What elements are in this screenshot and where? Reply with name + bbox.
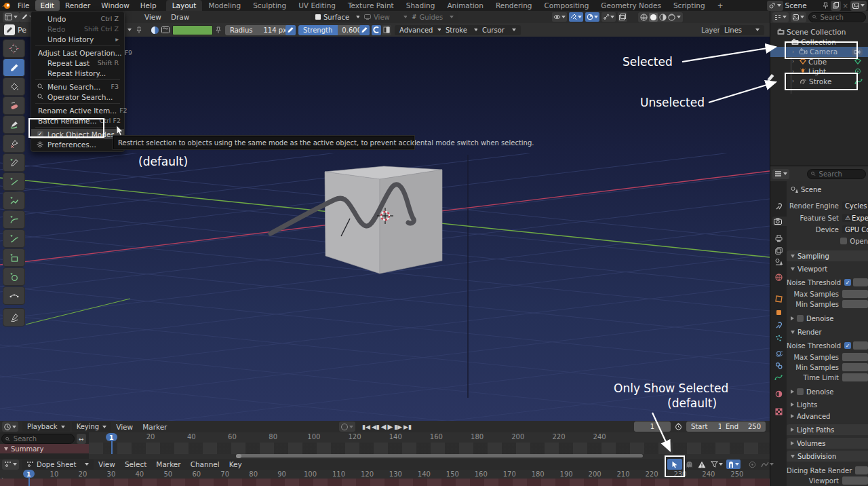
timeline-current-frame-badge[interactable]: 1 — [106, 433, 117, 441]
dope-sheet-current-frame-badge[interactable]: 1 — [23, 470, 35, 478]
circle-tool[interactable] — [3, 267, 25, 286]
line-tool[interactable] — [3, 172, 25, 191]
outliner-search-input[interactable] — [819, 13, 862, 22]
denoise-checkbox[interactable] — [797, 315, 804, 322]
draw-tool[interactable] — [3, 58, 25, 77]
viewport-menu-draw[interactable]: Draw — [166, 11, 194, 23]
cursor-tool[interactable] — [3, 39, 25, 58]
pin-material-icon[interactable] — [215, 26, 222, 34]
menu-item[interactable]: Channel — [186, 459, 224, 470]
viewport-menu-view[interactable]: View — [140, 11, 166, 23]
sampling-render-subheader[interactable]: Render — [791, 327, 868, 337]
timeline-ruler[interactable]: 20406080100120140160180200220240 — [89, 433, 620, 441]
scene-browse-button[interactable] — [767, 1, 783, 11]
menu-item-preferences[interactable]: Preferences...C — [31, 139, 124, 149]
tab-view-layer-icon[interactable] — [774, 246, 783, 255]
open-checkbox[interactable] — [840, 238, 847, 244]
brush-name[interactable]: Pe — [18, 26, 26, 35]
snap-magnet-icon[interactable] — [726, 460, 741, 469]
new-scene-button[interactable] — [831, 1, 841, 11]
strength-pressure-icon[interactable] — [359, 25, 370, 35]
workspace-tab[interactable]: UV Editing — [292, 0, 342, 11]
tab-physics-icon[interactable] — [774, 348, 783, 358]
workspace-tab[interactable]: Scripting — [667, 0, 711, 11]
viewport-denoise-subheader[interactable]: Denoise — [791, 314, 868, 323]
current-frame-field[interactable]: 1 — [634, 422, 671, 432]
dope-sheet-mode-dropdown[interactable]: Dope Sheet — [22, 460, 94, 470]
dope-sheet-ruler[interactable]: 1020304050607080901001101201301401501601… — [0, 470, 751, 478]
min-samples-field[interactable] — [842, 363, 868, 371]
sampling-section-header[interactable]: Sampling — [787, 250, 868, 261]
menu-item-adjust-last-operation[interactable]: Adjust Last Operation...F9 — [31, 48, 124, 58]
menu-item-undo-history[interactable]: Undo History▸ — [31, 34, 124, 44]
menu-help[interactable]: Help — [135, 0, 162, 11]
stabilize-stroke-icon[interactable] — [372, 25, 381, 35]
eyedropper-tool[interactable] — [3, 153, 25, 172]
dicing-rate-field[interactable] — [855, 466, 868, 474]
summary-channel[interactable]: Summary — [0, 444, 93, 453]
proportional-editing-icon[interactable] — [585, 12, 599, 22]
tab-texture-icon[interactable] — [774, 407, 783, 416]
annotate-tool[interactable] — [3, 308, 25, 326]
tab-scene-icon[interactable] — [774, 257, 783, 266]
properties-search[interactable] — [807, 169, 866, 179]
outliner-row-scene-collection[interactable]: Scene Collection — [770, 27, 868, 37]
stroke-dropdown[interactable]: Stroke — [441, 25, 483, 35]
snap-icon[interactable] — [569, 12, 583, 22]
workspace-tab[interactable]: Layout — [166, 0, 203, 11]
noise-threshold-checkbox[interactable]: ✓ — [844, 279, 851, 286]
denoise-checkbox[interactable] — [797, 388, 804, 395]
scene-name[interactable]: Scene — [785, 1, 821, 10]
render-denoise-subheader[interactable]: Denoise — [791, 387, 868, 396]
polyline-tool[interactable] — [3, 191, 25, 210]
next-keyframe-button[interactable]: ▮▶ — [394, 424, 402, 430]
jump-to-start-button[interactable]: ▮◀ — [362, 424, 370, 430]
cutter-tool[interactable] — [3, 134, 25, 153]
outliner-filter-button[interactable] — [791, 12, 806, 22]
show-errors-icon[interactable] — [696, 460, 707, 469]
grease-pencil-guide-icon[interactable] — [601, 12, 616, 22]
max-samples-field[interactable] — [842, 290, 868, 298]
jump-to-end-button[interactable]: ▶▮ — [403, 424, 412, 430]
strength-slider[interactable]: Strength0.600 — [298, 25, 366, 35]
use-preview-range-button[interactable] — [675, 423, 682, 430]
add-workspace-button[interactable]: + — [711, 0, 730, 11]
keyframe-interpolation-icon[interactable] — [760, 460, 775, 469]
menu-item-repeat-last[interactable]: Repeat LastShift R — [31, 58, 124, 68]
timeline-menu-marker[interactable]: Marker — [138, 421, 172, 432]
guides-dropdown[interactable]: # Guides — [407, 12, 458, 22]
brush-thumbnail[interactable] — [4, 24, 15, 35]
blender-logo-icon[interactable] — [0, 2, 12, 10]
tab-object-icon[interactable] — [774, 294, 783, 303]
prev-keyframe-button[interactable]: ◀▮ — [372, 424, 380, 430]
subdivision-section-header[interactable]: Subdivision — [787, 451, 868, 462]
placement-dropdown[interactable]: Surface — [311, 12, 365, 22]
workspace-tab[interactable]: Modeling — [202, 0, 247, 11]
advanced-dropdown[interactable]: Advanced — [395, 25, 446, 35]
editor-type-button[interactable] — [3, 12, 20, 22]
tab-modifiers-icon[interactable] — [774, 320, 783, 330]
timeline-search[interactable] — [1, 434, 75, 444]
tab-object-data-icon[interactable] — [774, 373, 783, 382]
view-layer-button[interactable] — [850, 1, 867, 11]
tab-particles-icon[interactable] — [774, 333, 783, 343]
menu-item[interactable]: View — [94, 459, 120, 470]
workspace-tab[interactable]: Compositing — [538, 0, 595, 11]
layer-dropdown[interactable]: Lines — [719, 25, 764, 35]
arc-tool[interactable] — [3, 210, 25, 229]
end-frame-field[interactable]: End250 — [721, 422, 766, 432]
fill-tool[interactable] — [3, 77, 25, 96]
erase-tool[interactable] — [3, 96, 25, 115]
menu-item[interactable]: Key — [224, 459, 247, 470]
shading-wireframe-icon[interactable] — [640, 14, 648, 21]
annotate-visibility-icon[interactable] — [552, 12, 567, 22]
play-button[interactable]: ▶ — [387, 423, 393, 430]
timeline-search-input[interactable] — [12, 434, 71, 443]
workspace-tab[interactable]: Geometry Nodes — [595, 0, 667, 11]
workspace-tab[interactable]: Rendering — [490, 0, 538, 11]
advanced-subheader[interactable]: Advanced — [791, 411, 868, 421]
menu-render[interactable]: Render — [60, 0, 96, 11]
filter-expand-button[interactable]: ↔ — [77, 434, 86, 444]
min-samples-field[interactable] — [842, 300, 868, 308]
volumes-section-header[interactable]: Volumes — [787, 438, 868, 449]
